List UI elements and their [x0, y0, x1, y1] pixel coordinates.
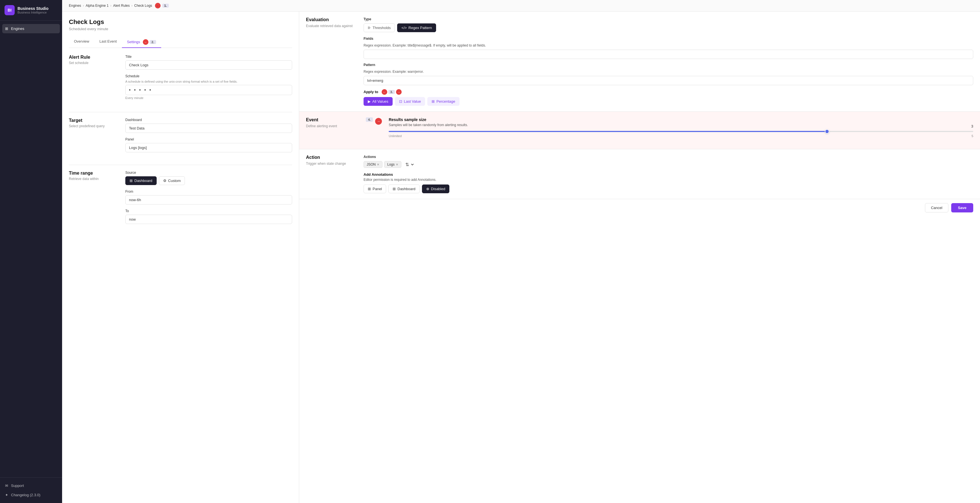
type-regex-label: Regex Pattern	[409, 26, 432, 30]
tabs: Overview Last Event Settings ← 2.	[69, 36, 292, 48]
apply-to-text: Apply to	[364, 90, 378, 94]
apply-to-arrow2: →	[396, 89, 402, 95]
annot-panel-label: Panel	[372, 187, 382, 191]
slider-labels: Unlimited 5	[389, 134, 973, 138]
apply-to-buttons: ▶ All Values ⊡ Last Value ⊞ Percentage	[364, 97, 973, 106]
source-custom-btn[interactable]: ⚙ Custom	[159, 176, 185, 185]
source-dashboard-btn[interactable]: ⊞ Dashboard	[125, 176, 157, 185]
tab-overview[interactable]: Overview	[69, 36, 94, 48]
target-fields: Dashboard Panel	[125, 118, 292, 157]
percentage-icon: ⊞	[431, 99, 435, 103]
action-select[interactable]: ⇅	[403, 162, 415, 167]
type-regex-btn[interactable]: </> Regex Pattern	[397, 24, 436, 32]
sidebar-item-changelog[interactable]: ✦ Changelog (2.3.0)	[2, 490, 60, 500]
dashboard-field: Dashboard	[125, 118, 292, 133]
annotations-label: Add Annotations	[364, 172, 973, 176]
alert-rule-section: Alert Rule Set schedule Title Schedule A…	[69, 55, 292, 104]
apply-all-values-btn[interactable]: ▶ All Values	[364, 97, 393, 106]
dashboard-label: Dashboard	[125, 118, 292, 122]
to-label: To	[125, 209, 292, 213]
slider-container: 3 Unlimited 5	[389, 131, 973, 143]
fields-input[interactable]	[364, 50, 973, 59]
tag-json-remove[interactable]: ✕	[377, 163, 379, 167]
title-input[interactable]	[125, 60, 292, 70]
annot-dashboard-icon: ⊞	[393, 187, 396, 191]
pattern-input[interactable]	[364, 76, 973, 85]
evaluation-label: Evaluation Evaluate retrieved data again…	[306, 17, 357, 106]
apply-all-label: All Values	[372, 99, 388, 103]
fields-label: Fields	[364, 36, 973, 41]
sample-title: Results sample size	[389, 117, 973, 122]
cancel-button[interactable]: Cancel	[925, 203, 948, 213]
dashboard-source-icon: ⊞	[130, 179, 133, 183]
alert-rule-title: Alert Rule	[69, 55, 125, 60]
evaluation-title: Evaluation	[306, 17, 357, 22]
breadcrumb-engine1[interactable]: Alpha Engine 1	[86, 4, 108, 8]
apply-last-value-btn[interactable]: ⊡ Last Value	[395, 97, 425, 106]
schedule-label: Schedule	[125, 74, 292, 78]
save-button[interactable]: Save	[951, 203, 973, 213]
breadcrumb-engines[interactable]: Engines	[69, 4, 81, 8]
right-panel: Evaluation Evaluate retrieved data again…	[299, 11, 980, 503]
event-label: Event Define alerting event	[306, 117, 357, 129]
tag-logs-remove[interactable]: ✕	[396, 163, 398, 167]
slider-max: 5	[972, 134, 973, 138]
breadcrumb-sep2: ›	[110, 4, 111, 8]
event-badge: 4.	[366, 117, 373, 122]
evaluation-content: Type ⊪ Thresholds </> Regex Pattern F	[364, 17, 973, 106]
slider-thumb[interactable]	[825, 129, 829, 134]
annot-dashboard-btn[interactable]: ⊞ Dashboard	[388, 184, 420, 193]
apply-percentage-btn[interactable]: ⊞ Percentage	[427, 97, 460, 106]
source-field: Source ⊞ Dashboard ⚙ Custom	[125, 171, 292, 185]
schedule-hint: Every minute	[125, 96, 292, 100]
tab-last-event[interactable]: Last Event	[94, 36, 122, 48]
breadcrumb-arrow: ←	[155, 3, 161, 8]
apply-to-badge: 3.	[388, 90, 395, 94]
gear-icon: ⚙	[163, 179, 167, 183]
annotations-desc: Editor permission is required to add Ann…	[364, 178, 973, 182]
pattern-desc: Regex expression. Example: warn|error.	[364, 69, 973, 74]
sidebar-item-label: Changelog (2.3.0)	[11, 493, 40, 497]
panel-input[interactable]	[125, 143, 292, 152]
actions-label: Actions	[364, 155, 973, 159]
event-title: Event	[306, 117, 357, 122]
event-badge-area: 4. →	[364, 117, 382, 125]
schedule-input[interactable]	[125, 85, 292, 95]
breadcrumb-sep: ›	[83, 4, 84, 8]
breadcrumb: Engines › Alpha Engine 1 › Alert Rules ›…	[62, 0, 980, 11]
tab-settings-arrow: ←	[143, 39, 148, 45]
tag-logs-label: Logs	[387, 162, 395, 167]
action-inner: Action Trigger when state change Actions…	[306, 155, 973, 193]
annot-panel-icon: ⊞	[368, 187, 371, 191]
sidebar-item-support[interactable]: ✉ Support	[2, 481, 60, 490]
play-icon: ▶	[368, 99, 371, 103]
evaluation-sub: Evaluate retrieved data against	[306, 24, 357, 29]
sidebar: BI Business Studio Business Intelligence…	[0, 0, 62, 503]
target-title: Target	[69, 118, 125, 123]
time-range-label: Time range Retrieve data within	[69, 171, 125, 228]
source-buttons: ⊞ Dashboard ⚙ Custom	[125, 176, 292, 185]
breadcrumb-badge: 1.	[162, 4, 169, 8]
from-input[interactable]	[125, 195, 292, 205]
action-label: Action Trigger when state change	[306, 155, 357, 193]
sidebar-item-engines[interactable]: ⊞ Engines	[2, 24, 60, 33]
type-thresholds-btn[interactable]: ⊪ Thresholds	[364, 24, 395, 32]
annot-panel-btn[interactable]: ⊞ Panel	[364, 184, 386, 193]
logo-icon: BI	[5, 5, 15, 15]
thresholds-icon: ⊪	[368, 26, 371, 30]
to-field: To	[125, 209, 292, 224]
from-field: From	[125, 190, 292, 205]
fields-desc: Regex expression. Example: title$|messag…	[364, 43, 973, 48]
tab-settings-label: Settings	[127, 40, 140, 44]
tag-json-label: JSON	[367, 162, 376, 167]
sidebar-logo: BI Business Studio Business Intelligence	[0, 0, 62, 21]
from-label: From	[125, 190, 292, 194]
to-input[interactable]	[125, 215, 292, 224]
dashboard-input[interactable]	[125, 124, 292, 133]
tab-settings[interactable]: Settings ← 2.	[122, 36, 161, 48]
annot-disabled-btn[interactable]: ⊗ Disabled	[422, 184, 450, 193]
annot-disabled-label: Disabled	[431, 187, 445, 191]
breadcrumb-alert-rules[interactable]: Alert Rules	[113, 4, 130, 8]
page-content: Check Logs Scheduled every minute Overvi…	[62, 11, 980, 503]
event-section: Event Define alerting event 4. → Results…	[299, 112, 980, 149]
